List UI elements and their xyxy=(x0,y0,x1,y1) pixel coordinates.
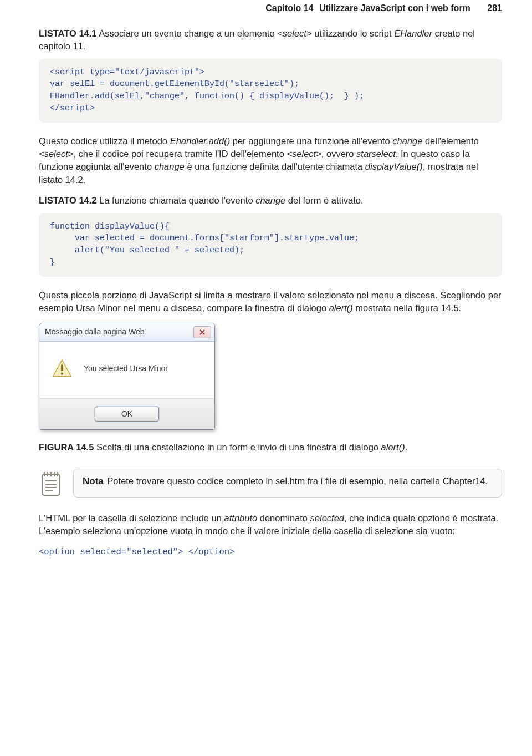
listing-14-2-caption: LISTATO 14.2 La funzione chiamata quando… xyxy=(39,194,502,207)
dialog-footer: OK xyxy=(39,399,214,430)
note-body: Nota Potete trovare questo codice comple… xyxy=(73,469,502,498)
paragraph-2: Questa piccola porzione di JavaScript si… xyxy=(39,289,502,315)
code-listing-14-2: function displayValue(){ var selected = … xyxy=(39,213,502,277)
svg-rect-0 xyxy=(61,364,63,371)
dialog-close-button[interactable] xyxy=(193,326,211,338)
listing-14-1-caption: LISTATO 14.1 Associare un evento change … xyxy=(39,27,502,53)
dialog-titlebar: Messaggio dalla pagina Web xyxy=(39,323,214,342)
paragraph-1: Questo codice utilizza il metodo Ehandle… xyxy=(39,135,502,187)
code-listing-14-1: <script type="text/javascript"> var selE… xyxy=(39,59,502,123)
ok-button[interactable]: OK xyxy=(95,407,159,422)
note-title: Nota xyxy=(83,476,104,486)
note-text: Potete trovare questo codice completo in… xyxy=(105,476,488,486)
running-header: Capitolo 14 Utilizzare JavaScript con i … xyxy=(39,2,502,15)
listing-label: LISTATO 14.2 xyxy=(39,195,97,205)
close-icon xyxy=(199,329,206,336)
chapter-title: Utilizzare JavaScript con i web form xyxy=(319,3,470,13)
svg-rect-1 xyxy=(61,372,63,374)
listing-label: LISTATO 14.1 xyxy=(39,28,97,38)
figure-label: FIGURA 14.5 xyxy=(39,442,94,452)
warning-icon xyxy=(52,358,73,379)
dialog-title: Messaggio dalla pagina Web xyxy=(45,327,145,338)
figure-14-5-caption: FIGURA 14.5 Scelta di una costellazione … xyxy=(39,441,502,454)
dialog-message: You selected Ursa Minor xyxy=(84,363,168,374)
alert-dialog-figure: Messaggio dalla pagina Web You selected … xyxy=(39,323,502,430)
paragraph-3: L'HTML per la casella di selezione inclu… xyxy=(39,512,502,538)
page-number: 281 xyxy=(487,3,502,13)
dialog-body: You selected Ursa Minor xyxy=(39,342,214,399)
chapter-label: Capitolo 14 xyxy=(265,3,313,13)
note-box: Nota Potete trovare questo codice comple… xyxy=(39,469,502,498)
inline-code-option: <option selected="selected"> </option> xyxy=(39,546,502,558)
alert-dialog: Messaggio dalla pagina Web You selected … xyxy=(39,323,215,430)
note-icon xyxy=(39,471,63,498)
